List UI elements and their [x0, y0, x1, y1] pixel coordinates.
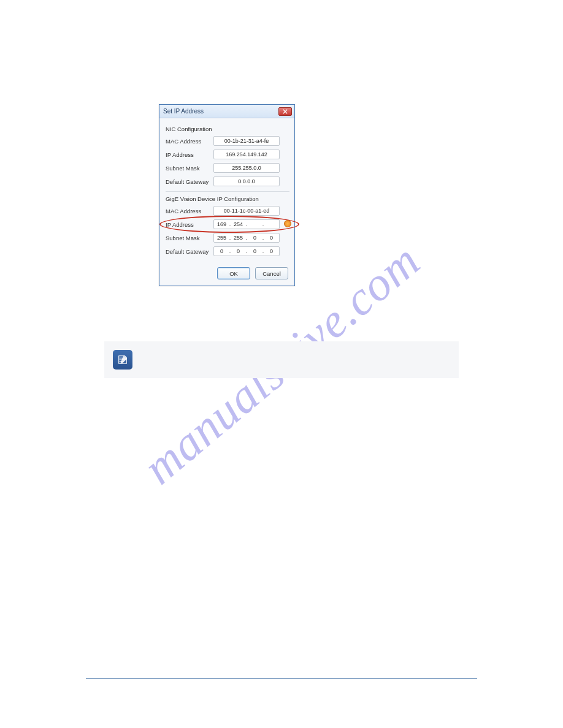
- nic-subnet-row: Subnet Mask 255.255.0.0: [166, 163, 289, 173]
- gw-octet-3[interactable]: 0: [248, 248, 261, 254]
- nic-mac-row: MAC Address 00-1b-21-31-a4-fe: [166, 136, 289, 146]
- dialog-titlebar: Set IP Address: [159, 105, 294, 118]
- nic-gateway-value: 0.0.0.0: [213, 176, 280, 186]
- nic-mac-value: 00-1b-21-31-a4-fe: [213, 136, 280, 146]
- device-subnet-label: Subnet Mask: [166, 235, 213, 241]
- ip-octet-1[interactable]: 169: [215, 221, 228, 227]
- nic-subnet-value: 255.255.0.0: [213, 163, 280, 173]
- device-ip-label: IP Address: [166, 221, 213, 228]
- subnet-octet-4[interactable]: 0: [265, 235, 278, 241]
- dialog-button-row: OK Cancel: [166, 267, 289, 279]
- section-divider: [166, 191, 289, 192]
- device-section-title: GigE Vision Device IP Configuration: [166, 195, 289, 202]
- subnet-octet-1[interactable]: 255: [215, 235, 228, 241]
- device-ip-input[interactable]: 169 . 254 . .: [213, 219, 280, 229]
- ok-button[interactable]: OK: [217, 267, 250, 279]
- page-content: Set IP Address NIC Configuration MAC Add…: [0, 0, 563, 378]
- dialog-body: NIC Configuration MAC Address 00-1b-21-3…: [159, 118, 294, 286]
- device-mac-label: MAC Address: [166, 208, 213, 214]
- device-ip-row: IP Address 169 . 254 . .: [166, 219, 289, 229]
- ip-octet-2[interactable]: 254: [232, 221, 245, 227]
- gw-octet-4[interactable]: 0: [265, 248, 278, 254]
- device-subnet-row: Subnet Mask 255 . 255 . 0 . 0: [166, 233, 289, 243]
- nic-ip-value: 169.254.149.142: [213, 150, 280, 159]
- nic-gateway-label: Default Gateway: [166, 178, 213, 185]
- device-gateway-label: Default Gateway: [166, 248, 213, 255]
- subnet-octet-3[interactable]: 0: [248, 235, 261, 241]
- dialog-title: Set IP Address: [163, 108, 204, 115]
- close-button[interactable]: [278, 107, 292, 116]
- device-gateway-input[interactable]: 0 . 0 . 0 . 0: [213, 246, 280, 256]
- gw-octet-1[interactable]: 0: [215, 248, 228, 254]
- note-icon: [113, 350, 132, 370]
- nic-gateway-row: Default Gateway 0.0.0.0: [166, 176, 289, 186]
- nic-subnet-label: Subnet Mask: [166, 165, 213, 172]
- device-gateway-row: Default Gateway 0 . 0 . 0 . 0: [166, 246, 289, 256]
- device-mac-value: 00-11-1c-00-a1-ed: [213, 206, 280, 216]
- device-subnet-input[interactable]: 255 . 255 . 0 . 0: [213, 233, 280, 243]
- warning-icon: [284, 220, 291, 227]
- subnet-octet-2[interactable]: 255: [232, 235, 245, 241]
- note-box: [104, 341, 459, 378]
- nic-section-title: NIC Configuration: [166, 126, 289, 132]
- cancel-button[interactable]: Cancel: [255, 267, 288, 279]
- close-icon: [283, 109, 288, 114]
- nic-ip-label: IP Address: [166, 151, 213, 158]
- nic-mac-label: MAC Address: [166, 138, 213, 145]
- device-mac-row: MAC Address 00-11-1c-00-a1-ed: [166, 206, 289, 216]
- dialog-set-ip: Set IP Address NIC Configuration MAC Add…: [159, 104, 295, 286]
- footer-rule: [86, 678, 477, 679]
- nic-ip-row: IP Address 169.254.149.142: [166, 150, 289, 159]
- gw-octet-2[interactable]: 0: [232, 248, 245, 254]
